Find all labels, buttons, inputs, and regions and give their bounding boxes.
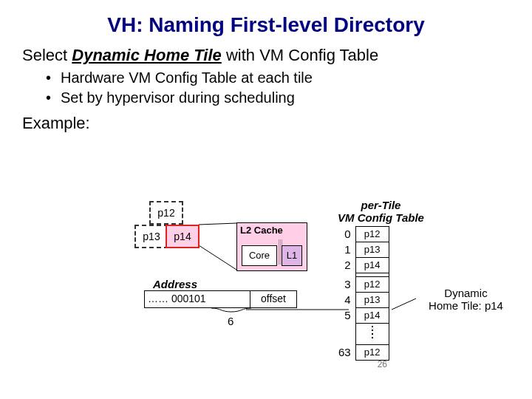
- cfg-idx: 3: [338, 276, 355, 292]
- lead-line: Select Dynamic Home Tile with VM Config …: [22, 46, 510, 65]
- address-block: Address …… 000101 offset 6: [144, 278, 297, 321]
- cfg-cell-last: p12: [355, 344, 389, 360]
- lead-prefix: Select: [22, 46, 72, 64]
- l1-box: L1: [282, 245, 302, 266]
- index-brace: 6: [144, 308, 297, 321]
- index-bit-count: 6: [228, 315, 233, 327]
- result-line1: Dynamic: [444, 287, 487, 299]
- l2-cache-label: L2 Cache: [240, 225, 283, 236]
- cfg-cell: p13: [355, 292, 389, 307]
- cfg-idx: 1: [338, 242, 355, 257]
- bullet-list: Hardware VM Config Table at each tile Se…: [22, 69, 510, 106]
- address-offset: offset: [250, 291, 296, 307]
- core-box: Core: [242, 245, 277, 266]
- tile-p12: p12: [149, 201, 183, 225]
- cfg-idx: 0: [338, 226, 355, 242]
- cfg-cell: p12: [355, 276, 389, 292]
- vm-config-table: per-Tile VM Config Table 0p12 1p13 2p14 …: [338, 199, 424, 361]
- cfg-caption-2: VM Config Table: [338, 211, 424, 224]
- cfg-caption-1: per-Tile: [361, 199, 401, 211]
- svg-line-0: [199, 223, 236, 225]
- result-line2: Home Tile: p14: [429, 299, 503, 312]
- svg-line-1: [199, 245, 236, 270]
- cfg-idx: 4: [338, 292, 355, 307]
- address-bits: …… 000101: [145, 291, 250, 307]
- cfg-vdots: [355, 323, 389, 344]
- address-label: Address: [153, 278, 297, 290]
- cfg-idx-last: 63: [338, 344, 355, 360]
- lead-suffix: with VM Config Table: [222, 46, 378, 64]
- tile-p13: p13: [134, 225, 168, 248]
- cfg-cell-5: p14: [355, 307, 389, 323]
- bullet-item: Set by hypervisor during scheduling: [61, 89, 510, 106]
- cfg-cell: p13: [355, 242, 389, 257]
- cfg-cell: p12: [355, 226, 389, 242]
- l2-cache-figure: L2 Cache Core L1: [236, 222, 325, 271]
- bullet-item: Hardware VM Config Table at each tile: [61, 69, 510, 86]
- dynamic-home-tile-result: Dynamic Home Tile: p14: [416, 287, 516, 313]
- slide-title: VH: Naming First-level Directory: [0, 0, 532, 37]
- cfg-idx: 2: [338, 257, 355, 273]
- cfg-cell: p14: [355, 257, 389, 273]
- tile-p14: p14: [166, 225, 200, 248]
- dynamic-home-tile-term: Dynamic Home Tile: [72, 46, 222, 64]
- page-number: 26: [378, 359, 387, 369]
- cfg-idx-5: 5: [338, 307, 355, 323]
- example-label: Example:: [22, 114, 510, 133]
